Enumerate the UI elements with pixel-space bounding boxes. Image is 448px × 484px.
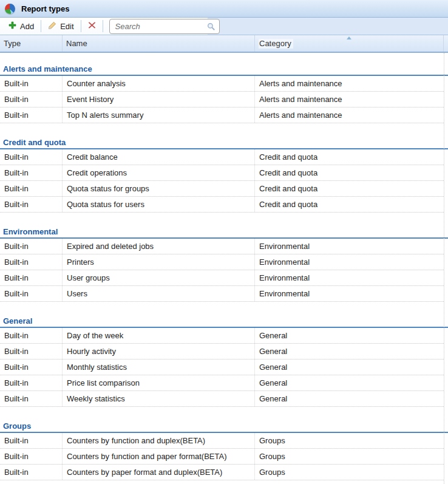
table-row[interactable]: Built-inPrintersEnvironmental: [0, 254, 444, 270]
table-row[interactable]: Built-inUsersEnvironmental: [0, 286, 444, 302]
edit-pencil-icon: [48, 21, 56, 32]
cell-type: Built-in: [0, 149, 63, 165]
column-header-type[interactable]: Type: [0, 35, 63, 52]
cell-category: Environmental: [255, 239, 444, 254]
group-section: GeneralBuilt-inDay of the weekGeneralBui…: [0, 315, 448, 407]
cell-type: Built-in: [0, 181, 63, 196]
cell-type: Built-in: [0, 92, 63, 107]
pie-chart-icon: [5, 4, 15, 14]
cell-category: Groups: [255, 465, 444, 480]
cell-type: Built-in: [0, 449, 63, 464]
group-header: Credit and quota: [0, 137, 448, 149]
edit-button[interactable]: Edit: [43, 19, 78, 33]
table-header: Type Name Category: [0, 35, 448, 53]
column-header-name[interactable]: Name: [63, 35, 255, 52]
add-icon: [8, 21, 16, 31]
cell-name: Expired and deleted jobs: [63, 239, 255, 254]
cell-name: Top N alerts summary: [63, 107, 255, 123]
table-row[interactable]: Built-inPrice list comparisonGeneral: [0, 375, 444, 391]
toolbar: Add Edit: [0, 18, 448, 35]
cell-type: Built-in: [0, 344, 63, 359]
table-row[interactable]: Built-inEvent HistoryAlerts and maintena…: [0, 92, 444, 107]
toolbar-separator: [103, 20, 103, 32]
column-header-name-label: Name: [66, 39, 87, 48]
group-header: Groups: [0, 420, 448, 433]
report-types-window: Report types Add Edit: [0, 0, 448, 484]
cell-type: Built-in: [0, 165, 63, 180]
table-row[interactable]: Built-inWeekly statisticsGeneral: [0, 391, 444, 407]
cell-name: Credit operations: [63, 165, 255, 180]
cell-name: Counter analysis: [63, 76, 255, 91]
table-row[interactable]: Built-inCredit balanceCredit and quota: [0, 149, 444, 165]
table-body: Alerts and maintenanceBuilt-inCounter an…: [0, 53, 448, 484]
delete-x-icon: [88, 21, 96, 31]
cell-category: Groups: [255, 433, 444, 448]
group-header: General: [0, 315, 448, 328]
cell-type: Built-in: [0, 465, 63, 480]
column-header-category-label: Category: [259, 39, 293, 49]
table-row[interactable]: Built-inCounters by function and duplex(…: [0, 433, 444, 449]
cell-type: Built-in: [0, 328, 63, 343]
table-row[interactable]: Built-inCounter analysisAlerts and maint…: [0, 76, 444, 92]
cell-type: Built-in: [0, 270, 63, 285]
table-row[interactable]: Built-inUser groupsEnvironmental: [0, 270, 444, 286]
group-header: Environmental: [0, 226, 448, 239]
cell-category: Groups: [255, 449, 444, 464]
cell-type: Built-in: [0, 107, 63, 123]
table-row[interactable]: Built-inCredit operationsCredit and quot…: [0, 165, 444, 181]
cell-name: Quota status for users: [63, 197, 255, 212]
table-row[interactable]: Built-inQuota status for usersCredit and…: [0, 197, 444, 213]
table-row[interactable]: Built-inHourly activityGeneral: [0, 344, 444, 360]
cell-category: Environmental: [255, 254, 444, 270]
cell-category: Alerts and maintenance: [255, 76, 444, 91]
cell-name: Printers: [63, 254, 255, 270]
cell-type: Built-in: [0, 76, 63, 91]
cell-name: Weekly statistics: [63, 391, 255, 406]
cell-name: Counters by function and paper format(BE…: [63, 449, 255, 464]
cell-category: General: [255, 328, 444, 343]
table-row[interactable]: Built-inTop N alerts summaryAlerts and m…: [0, 107, 444, 123]
cell-type: Built-in: [0, 391, 63, 406]
cell-name: Counters by function and duplex(BETA): [63, 433, 255, 448]
edit-button-label: Edit: [60, 22, 73, 31]
cell-category: General: [255, 360, 444, 375]
cell-name: Credit balance: [63, 149, 255, 165]
cell-type: Built-in: [0, 197, 63, 212]
delete-button[interactable]: [83, 19, 101, 33]
cell-category: Environmental: [255, 286, 444, 301]
sort-asc-icon: [347, 36, 351, 39]
add-button[interactable]: Add: [4, 19, 39, 33]
cell-type: Built-in: [0, 360, 63, 375]
table-row[interactable]: Built-inQuota status for groupsCredit an…: [0, 181, 444, 197]
cell-category: General: [255, 344, 444, 359]
cell-category: General: [255, 375, 444, 390]
column-header-category[interactable]: Category: [255, 35, 444, 52]
toolbar-separator: [41, 20, 41, 32]
search-input[interactable]: [109, 19, 220, 34]
titlebar: Report types: [0, 0, 448, 18]
cell-category: General: [255, 391, 444, 406]
cell-name: Event History: [63, 92, 255, 107]
cell-name: Monthly statistics: [63, 360, 255, 375]
cell-type: Built-in: [0, 239, 63, 254]
search-box: [109, 19, 220, 34]
table-row[interactable]: Built-inCounters by function and paper f…: [0, 449, 444, 465]
search-icon[interactable]: [207, 22, 216, 31]
add-button-label: Add: [20, 22, 34, 31]
column-header-type-label: Type: [4, 39, 21, 48]
cell-name: Users: [63, 286, 255, 301]
cell-category: Credit and quota: [255, 181, 444, 196]
window-title: Report types: [21, 4, 69, 13]
cell-type: Built-in: [0, 375, 63, 390]
table-row[interactable]: Built-inCounters by paper format and dup…: [0, 465, 444, 480]
cell-name: Hourly activity: [63, 344, 255, 359]
table-row[interactable]: Built-inMonthly statisticsGeneral: [0, 360, 444, 375]
table-row[interactable]: Built-inExpired and deleted jobsEnvironm…: [0, 239, 444, 254]
cell-category: Credit and quota: [255, 149, 444, 165]
group-section: EnvironmentalBuilt-inExpired and deleted…: [0, 226, 448, 302]
cell-category: Credit and quota: [255, 165, 444, 180]
table-row[interactable]: Built-inDay of the weekGeneral: [0, 328, 444, 344]
group-header: Alerts and maintenance: [0, 63, 448, 76]
cell-category: Alerts and maintenance: [255, 92, 444, 107]
cell-type: Built-in: [0, 254, 63, 270]
